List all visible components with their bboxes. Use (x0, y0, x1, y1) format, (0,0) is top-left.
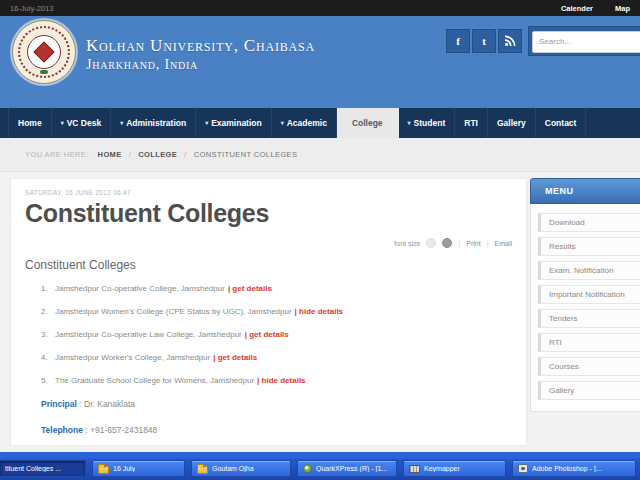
college-name-text: Jamshedpur Co-operative College, Jamshed… (55, 284, 225, 293)
list-number: 1. (41, 284, 55, 293)
search-box (528, 26, 640, 56)
sidebar-item-important-notification[interactable]: Important Notification (538, 285, 640, 304)
sidebar-item-exam-notification[interactable]: Exam. Notification (538, 261, 640, 280)
list-item: 4. Jamshedpur Worker's College, Jamshedp… (41, 353, 512, 362)
college-name-text: Jamshedpur Co-operative Law College, Jam… (55, 330, 242, 339)
nav-item-contact[interactable]: Contact (536, 108, 587, 138)
get-details-link[interactable]: | get details (228, 284, 272, 293)
taskbar-button-photoshop[interactable]: Adobe Photoshop - [... (512, 460, 636, 477)
folder-icon (98, 466, 109, 474)
site-header: Kolhan University, Chaibasa Jharkhand, I… (0, 16, 640, 108)
principal-row: Principal : Dr. Kanaklata (41, 399, 512, 409)
map-link[interactable]: Map (615, 4, 630, 13)
list-item: 5. The Graduate School College for Women… (41, 376, 512, 385)
hide-details-link[interactable]: | hide details (295, 307, 343, 316)
article-published-date: SATURDAY, 16 JUNE 2012 06:47 (25, 189, 512, 196)
chevron-down-icon: ▾ (205, 120, 208, 126)
nav-item-administration[interactable]: ▾ Administration (111, 108, 196, 138)
photoshop-icon (518, 464, 528, 473)
college-name: The Graduate School College for Womens, … (55, 376, 306, 385)
taskbar-button-quarkxpress[interactable]: QuarkXPress (R) - [1... (297, 460, 397, 477)
breadcrumb-home[interactable]: HOME (98, 150, 122, 159)
get-details-link[interactable]: | get details (245, 330, 289, 339)
taskbar-button-label: tituent Colleges ... (5, 465, 61, 472)
nav-item-vc-desk[interactable]: ▾ VC Desk (52, 108, 112, 138)
print-link[interactable]: Print (466, 240, 480, 247)
college-name: Jamshedpur Co-operative College, Jamshed… (55, 284, 272, 293)
list-item: 3. Jamshedpur Co-operative Law College, … (41, 330, 512, 339)
list-number: 5. (41, 376, 55, 385)
font-increase-button[interactable] (442, 238, 452, 248)
nav-label: Home (18, 118, 42, 128)
twitter-button[interactable]: t (472, 29, 496, 53)
facebook-icon: f (456, 35, 460, 47)
sidebar-menu-list: Download Results Exam. Notification Impo… (530, 204, 640, 412)
facebook-button[interactable]: f (446, 29, 470, 53)
article-panel: SATURDAY, 16 JUNE 2012 06:47 Constituent… (10, 178, 527, 446)
list-number: 4. (41, 353, 55, 362)
nav-item-college[interactable]: College (337, 108, 399, 138)
nav-item-examination[interactable]: ▾ Examination (196, 108, 272, 138)
email-link[interactable]: Email (494, 240, 512, 247)
taskbar-button-label: QuarkXPress (R) - [1... (316, 465, 387, 472)
get-details-link[interactable]: | get details (213, 353, 257, 362)
sidebar-item-tenders[interactable]: Tenders (538, 309, 640, 328)
telephone-value: : +91-657-2431848 (85, 425, 157, 435)
taskbar-button-keymapper[interactable]: Keymapper (403, 460, 506, 477)
sidebar-item-courses[interactable]: Courses (538, 357, 640, 376)
keymapper-icon (409, 465, 420, 473)
site-title-line1: Kolhan University, Chaibasa (86, 36, 315, 56)
logo-green-accent (40, 70, 48, 74)
nav-label: College (352, 118, 383, 128)
college-name: Jamshedpur Co-operative Law College, Jam… (55, 330, 289, 339)
current-date: 16-July-2013 (10, 4, 53, 13)
nav-label: Student (414, 118, 446, 128)
page-body: SATURDAY, 16 JUNE 2012 06:47 Constituent… (0, 172, 640, 452)
font-size-label: font size (394, 240, 420, 247)
rss-button[interactable] (498, 29, 522, 53)
screen: 16-July-2013 Calender Map Kolhan Univers… (0, 0, 640, 480)
nav-item-academic[interactable]: ▾ Academic (272, 108, 337, 138)
quarkxpress-icon (303, 464, 312, 473)
search-input[interactable] (532, 31, 640, 53)
sidebar-menu: MENU Download Results Exam. Notification… (530, 178, 640, 412)
breadcrumb-separator: / (129, 150, 131, 159)
college-name-text: Jamshedpur Worker's College, Jamshedpur (55, 353, 210, 362)
college-name: Jamshedpur Worker's College, Jamshedpur|… (55, 353, 257, 362)
nav-label: RTI (464, 118, 478, 128)
rss-icon (504, 35, 516, 47)
nav-item-rti[interactable]: RTI (455, 108, 488, 138)
principal-label: Principal (41, 399, 77, 409)
chevron-down-icon: ▾ (408, 120, 411, 126)
sidebar-menu-header: MENU (530, 178, 640, 204)
nav-label: Gallery (497, 118, 526, 128)
chevron-down-icon: ▾ (281, 120, 284, 126)
list-number: 3. (41, 330, 55, 339)
nav-item-home[interactable]: Home (8, 108, 52, 138)
taskbar-button-browser[interactable]: tituent Colleges ... (0, 460, 86, 477)
breadcrumb-college[interactable]: COLLEGE (138, 150, 177, 159)
taskbar-button-label: Adobe Photoshop - [... (532, 465, 602, 472)
font-decrease-button[interactable] (426, 238, 436, 248)
sidebar-item-download[interactable]: Download (538, 213, 640, 232)
calender-link[interactable]: Calender (561, 4, 593, 13)
chevron-down-icon: ▾ (120, 120, 123, 126)
nav-item-gallery[interactable]: Gallery (488, 108, 536, 138)
hide-details-link[interactable]: | hide details (257, 376, 305, 385)
taskbar-button-folder-16-july[interactable]: 16 July (92, 460, 185, 477)
telephone-row: Telephone : +91-657-2431848 (41, 425, 512, 435)
taskbar-button-folder-goutam-ojha[interactable]: Goutam Ojha (191, 460, 291, 477)
taskbar-button-label: Keymapper (424, 465, 460, 472)
sidebar-item-rti[interactable]: RTI (538, 333, 640, 352)
sidebar-item-results[interactable]: Results (538, 237, 640, 256)
toolbar-separator: | (458, 240, 460, 247)
breadcrumb-current: CONSTITUENT COLLEGES (194, 150, 298, 159)
chevron-down-icon: ▾ (61, 120, 64, 126)
nav-item-student[interactable]: ▾ Student (399, 108, 456, 138)
taskbar-button-label: 16 July (113, 465, 135, 472)
sidebar-item-gallery[interactable]: Gallery (538, 381, 640, 400)
college-name: Jamshedpur Women's College (CPE Status b… (55, 307, 343, 316)
list-item: 1. Jamshedpur Co-operative College, Jams… (41, 284, 512, 293)
breadcrumb: YOU ARE HERE: HOME / COLLEGE / CONSTITUE… (0, 138, 640, 172)
university-logo[interactable] (12, 20, 76, 84)
